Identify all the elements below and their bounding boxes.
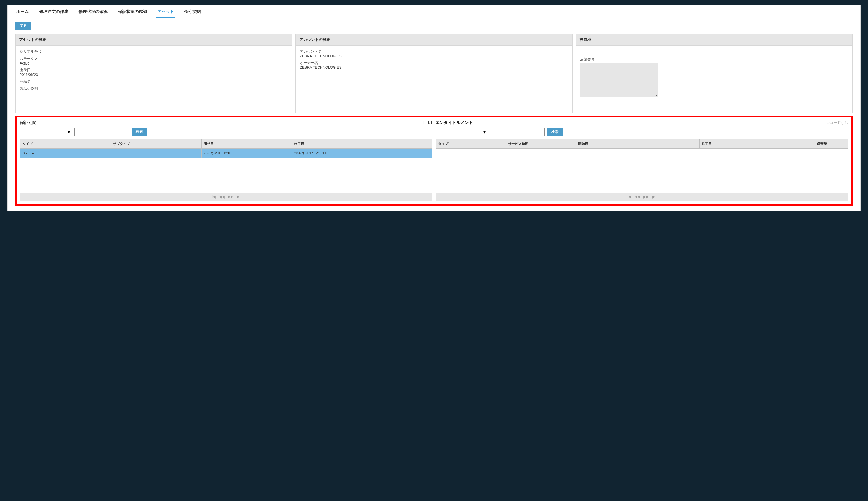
highlight-frame: 保証期間 1 - 1/1 ▾ 検索 タイプ	[15, 116, 853, 206]
cell-subtype	[111, 149, 201, 158]
asset-detail-card: アセットの詳細 シリアル番号 ステータス Active 出荷日 2016/06/…	[15, 34, 292, 113]
tab-create-order[interactable]: 修理注文の作成	[38, 7, 69, 18]
pager-prev-icon[interactable]: ◀◀	[219, 195, 224, 199]
status-value: Active	[20, 61, 288, 65]
entitlement-grid: タイプ サービス時間 開始日 終了日 保守契 I◀ ◀◀ ▶▶ ▶I	[436, 139, 848, 201]
pager-prev-icon[interactable]: ◀◀	[635, 195, 640, 199]
warranty-search-button[interactable]: 検索	[132, 128, 147, 136]
warranty-col-end[interactable]: 終了日	[292, 139, 432, 149]
location-card: 設置地 店舗番号	[576, 34, 853, 113]
pager-last-icon[interactable]: ▶I	[652, 195, 656, 199]
location-card-title: 設置地	[576, 34, 853, 46]
account-detail-card: アカウントの詳細 アカウント名 ZEBRA TECHNOLOGIES オーナー名…	[295, 34, 573, 113]
entitlement-title: エンタイトルメント	[436, 120, 473, 126]
warranty-title: 保証期間	[20, 120, 36, 126]
warranty-count: 1 - 1/1	[422, 120, 432, 125]
entitlement-col-contract[interactable]: 保守契	[815, 139, 848, 149]
cell-end: 23-6月-2017 12:00:00	[292, 149, 432, 158]
cell-type: Standard	[21, 149, 111, 158]
pager-first-icon[interactable]: I◀	[212, 195, 216, 199]
tab-warranty-status[interactable]: 保証状況の確認	[117, 7, 148, 18]
pager-next-icon[interactable]: ▶▶	[228, 195, 233, 199]
account-card-title: アカウントの詳細	[296, 34, 572, 46]
warranty-pager: I◀ ◀◀ ▶▶ ▶I	[20, 193, 432, 201]
status-label: ステータス	[20, 56, 288, 61]
pager-first-icon[interactable]: I◀	[627, 195, 631, 199]
serial-label: シリアル番号	[20, 49, 288, 54]
account-label: アカウント名	[300, 49, 568, 54]
entitlement-search-button[interactable]: 検索	[547, 128, 563, 136]
entitlement-filter-combo[interactable]: ▾	[436, 128, 488, 136]
store-label: 店舗番号	[580, 57, 848, 62]
chevron-down-icon[interactable]: ▾	[66, 128, 72, 136]
entitlement-pager: I◀ ◀◀ ▶▶ ▶I	[436, 193, 848, 201]
entitlement-noresult: レコードなし	[826, 120, 848, 125]
chevron-down-icon[interactable]: ▾	[482, 128, 487, 136]
desc-label: 製品の説明	[20, 87, 288, 91]
entitlement-col-type[interactable]: タイプ	[436, 139, 506, 149]
entitlement-col-end[interactable]: 終了日	[699, 139, 815, 149]
entitlement-panel: エンタイトルメント レコードなし ▾ 検索 タイプ	[436, 120, 848, 201]
owner-label: オーナー名	[300, 61, 568, 65]
entitlement-col-start[interactable]: 開始日	[576, 139, 699, 149]
entitlement-col-service[interactable]: サービス時間	[506, 139, 576, 149]
tab-bar: ホーム 修理注文の作成 修理状況の確認 保証状況の確認 アセット 保守契約	[8, 6, 860, 18]
pager-next-icon[interactable]: ▶▶	[644, 195, 649, 199]
tab-home[interactable]: ホーム	[15, 7, 30, 18]
entitlement-filter-input[interactable]	[436, 128, 482, 136]
warranty-col-type[interactable]: タイプ	[21, 139, 111, 149]
tab-asset[interactable]: アセット	[156, 7, 175, 18]
cell-start: 23-6月-2016 12:0...	[201, 149, 292, 158]
ship-label: 出荷日	[20, 68, 288, 73]
warranty-col-start[interactable]: 開始日	[201, 139, 292, 149]
asset-card-title: アセットの詳細	[15, 34, 292, 46]
warranty-col-subtype[interactable]: サブタイプ	[111, 139, 201, 149]
tab-contract[interactable]: 保守契約	[184, 7, 202, 18]
tab-repair-status[interactable]: 修理状況の確認	[77, 7, 109, 18]
entitlement-search-input[interactable]	[490, 128, 544, 136]
warranty-filter-input[interactable]	[20, 128, 66, 136]
back-button[interactable]: 戻る	[15, 22, 31, 30]
ship-value: 2016/06/23	[20, 73, 288, 77]
warranty-search-input[interactable]	[74, 128, 129, 136]
account-value: ZEBRA TECHNOLOGIES	[300, 54, 568, 58]
pager-last-icon[interactable]: ▶I	[237, 195, 241, 199]
table-row[interactable]: Standard 23-6月-2016 12:0... 23-6月-2017 1…	[21, 149, 432, 158]
warranty-filter-combo[interactable]: ▾	[20, 128, 72, 136]
warranty-grid: タイプ サブタイプ 開始日 終了日 Standard	[20, 139, 432, 201]
warranty-panel: 保証期間 1 - 1/1 ▾ 検索 タイプ	[20, 120, 432, 201]
product-label: 商品名	[20, 79, 288, 84]
owner-value: ZEBRA TECHNOLOGIES	[300, 65, 568, 70]
store-textarea[interactable]	[580, 63, 658, 97]
